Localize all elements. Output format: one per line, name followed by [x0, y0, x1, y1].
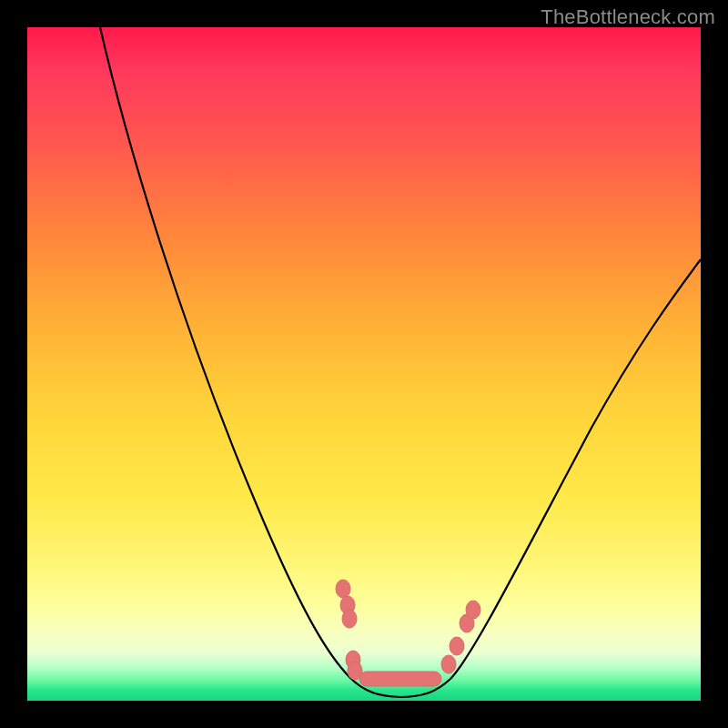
marker-dot — [441, 655, 456, 673]
chart-frame: TheBottleneck.com — [0, 0, 728, 728]
marker-dot — [450, 637, 464, 655]
marker-pill — [359, 672, 441, 686]
plot-area — [27, 27, 701, 701]
marker-dot — [336, 580, 350, 598]
bottleneck-curve — [100, 27, 701, 697]
watermark-text: TheBottleneck.com — [541, 5, 715, 29]
chart-svg — [27, 27, 701, 701]
marker-dot — [342, 610, 357, 628]
marker-dot — [466, 601, 480, 619]
